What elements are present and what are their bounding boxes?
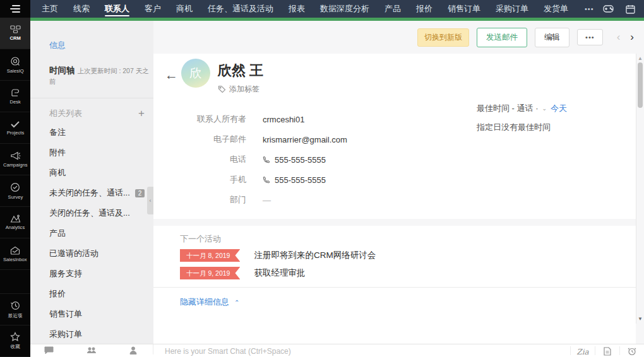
chevron-down-icon: ⌄: [542, 105, 547, 112]
campaigns-icon: [10, 151, 21, 160]
zia-assistant-icon[interactable]: Zia: [571, 344, 595, 356]
appbar-item-recent[interactable]: 最近项: [0, 294, 30, 325]
sidebar-item-attachments[interactable]: 附件: [30, 143, 153, 163]
smart-chat-bar: Zia: [30, 344, 644, 357]
scroll-up-arrow[interactable]: ▲: [638, 56, 643, 61]
contact-detail-main: 切换到新版 发送邮件 编辑 ••• ‹ › ← 欣 欣然 王 添加标签 联系人所…: [153, 21, 644, 344]
field-mobile: 手机 555-555-5555: [153, 170, 469, 190]
calendar-icon[interactable]: [625, 4, 636, 15]
notes-document-icon[interactable]: [595, 345, 619, 356]
sidebar-item-sales-orders[interactable]: 销售订单: [30, 304, 153, 324]
next-activity-card: 下一个活动 十一月 8, 2019 注册即将到来的CRM网络研讨会 十一月 9,…: [153, 226, 636, 344]
sidebar-info-link[interactable]: 信息: [49, 40, 153, 51]
contact-fields: 联系人所有者 crmceshi01 电子邮件 krismarrier@gmail…: [153, 109, 469, 210]
mobile-value[interactable]: 555-555-5555: [263, 175, 326, 185]
activity-link[interactable]: 注册即将到来的CRM网络研讨会: [254, 250, 376, 261]
vertical-scrollbar[interactable]: ▲ ▼: [636, 54, 644, 324]
sidebar-item-cases[interactable]: 服务支持: [30, 264, 153, 284]
contact-name: 欣然 王: [218, 61, 263, 80]
email-value[interactable]: krismarrier@gmail.com: [263, 135, 347, 144]
sidebar-item-notes[interactable]: 备注: [30, 122, 153, 143]
contact-avatar: 欣: [181, 59, 210, 88]
sidebar-item-purchase-orders[interactable]: 采购订单: [30, 324, 153, 344]
nav-more-button[interactable]: •••: [576, 0, 603, 18]
field-department: 部门 —: [153, 190, 469, 210]
field-phone: 电话 555-555-5555: [153, 149, 469, 170]
count-badge: 2: [135, 189, 145, 197]
sidebar-collapse-handle[interactable]: ‹: [147, 187, 153, 214]
sidebar-item-open-activities[interactable]: 未关闭的任务、通话...2: [30, 183, 153, 203]
contact-summary-card: ← 欣 欣然 王 添加标签 联系人所有者 crmceshi01 电子邮件 kri…: [153, 54, 636, 219]
appbar-item-favorites[interactable]: 收藏: [0, 325, 30, 357]
chat-bubble-icon[interactable]: [44, 346, 54, 354]
contacts-person-icon[interactable]: [129, 346, 137, 354]
best-time-day-select[interactable]: 今天: [551, 103, 567, 114]
send-email-button[interactable]: 发送邮件: [477, 28, 527, 47]
nav-invoices[interactable]: 发货单: [536, 0, 576, 18]
add-tag-button[interactable]: 添加标签: [218, 84, 259, 95]
back-arrow-button[interactable]: ←: [165, 67, 178, 83]
activity-date-ribbon: 十一月 8, 2019: [180, 249, 240, 262]
reminder-clock-icon[interactable]: [620, 345, 644, 356]
appbar-item-salesiq[interactable]: SalesIQ: [0, 49, 30, 81]
scroll-down-arrow[interactable]: ▼: [638, 316, 643, 322]
gamescope-icon[interactable]: [603, 4, 614, 15]
nav-leads[interactable]: 线索: [66, 0, 97, 18]
record-toolbar: 切换到新版 发送邮件 编辑 ••• ‹ ›: [153, 21, 644, 54]
phone-icon: [263, 176, 271, 184]
activity-row: 十一月 8, 2019 注册即将到来的CRM网络研讨会: [180, 249, 376, 262]
nav-home[interactable]: 主页: [34, 0, 66, 18]
nav-contacts[interactable]: 联系人: [97, 0, 137, 18]
desk-icon: [10, 88, 20, 97]
related-list-sidebar: 信息 时间轴上次更新时间 : 207 天之前 相关列表 + 备注 附件 商机 未…: [30, 21, 153, 344]
nav-analytics[interactable]: 数据深度分析: [313, 0, 377, 18]
nav-deals[interactable]: 商机: [169, 0, 200, 18]
sidebar-item-invited-events[interactable]: 已邀请的活动: [30, 243, 153, 264]
nav-purchase-orders[interactable]: 采购订单: [488, 0, 536, 18]
nav-products[interactable]: 产品: [377, 0, 408, 18]
sidebar-item-quotes[interactable]: 报价: [30, 284, 153, 304]
appbar-item-crm[interactable]: CRM: [0, 18, 30, 49]
field-email: 电子邮件 krismarrier@gmail.com: [153, 129, 469, 149]
nav-accounts[interactable]: 客户: [137, 0, 169, 18]
appbar-item-desk[interactable]: Desk: [0, 81, 30, 112]
salesinbox-icon: [10, 246, 20, 255]
nav-activities[interactable]: 任务、通话及活动: [200, 0, 281, 18]
appbar-item-survey[interactable]: Survey: [0, 175, 30, 207]
sidebar-item-deals[interactable]: 商机: [30, 163, 153, 183]
appbar-item-salesinbox[interactable]: SalesInbox: [0, 238, 30, 270]
activity-link[interactable]: 获取经理审批: [254, 267, 305, 279]
star-icon: [10, 332, 20, 341]
more-actions-button[interactable]: •••: [577, 29, 603, 45]
phone-icon: [263, 156, 271, 164]
appbar-item-analytics[interactable]: Analytics: [0, 207, 30, 238]
appbar-item-campaigns[interactable]: Campaigns: [0, 144, 30, 175]
scrollbar-thumb[interactable]: [638, 62, 643, 108]
field-owner: 联系人所有者 crmceshi01: [153, 109, 469, 129]
nav-quotes[interactable]: 报价: [408, 0, 440, 18]
sidebar-item-closed-activities[interactable]: 关闭的任务、通话及...: [30, 203, 153, 223]
survey-icon: [10, 182, 20, 192]
appbar-item-projects[interactable]: Projects: [0, 112, 30, 144]
channels-group-icon[interactable]: [86, 346, 97, 354]
nav-reports[interactable]: 报表: [281, 0, 313, 18]
salesiq-icon: [10, 56, 20, 66]
nav-sales-orders[interactable]: 销售订单: [440, 0, 488, 18]
sidebar-timeline-link[interactable]: 时间轴上次更新时间 : 207 天之前: [49, 65, 153, 86]
crm-icon: [10, 25, 21, 33]
sidebar-item-products[interactable]: 产品: [30, 223, 153, 243]
add-related-list-button[interactable]: +: [138, 107, 145, 120]
analytics-icon: [10, 214, 21, 223]
next-record-button[interactable]: ›: [630, 31, 634, 44]
smart-chat-input[interactable]: [153, 344, 570, 356]
accent-strip: [30, 18, 644, 21]
previous-record-button[interactable]: ‹: [617, 31, 621, 44]
apps-menu-button[interactable]: [0, 0, 30, 18]
related-list: 备注 附件 商机 未关闭的任务、通话...2 关闭的任务、通话及... 产品 已…: [30, 122, 153, 344]
best-time-widget: 最佳时间 - 通话 · ⌄ 今天 指定日没有最佳时间: [477, 103, 567, 133]
best-time-note: 指定日没有最佳时间: [477, 122, 567, 133]
switch-to-new-version-button[interactable]: 切换到新版: [417, 28, 469, 47]
phone-value[interactable]: 555-555-5555: [263, 155, 326, 165]
edit-button[interactable]: 编辑: [535, 28, 569, 47]
hide-details-link[interactable]: 隐藏详细信息 ⌃: [180, 296, 239, 308]
